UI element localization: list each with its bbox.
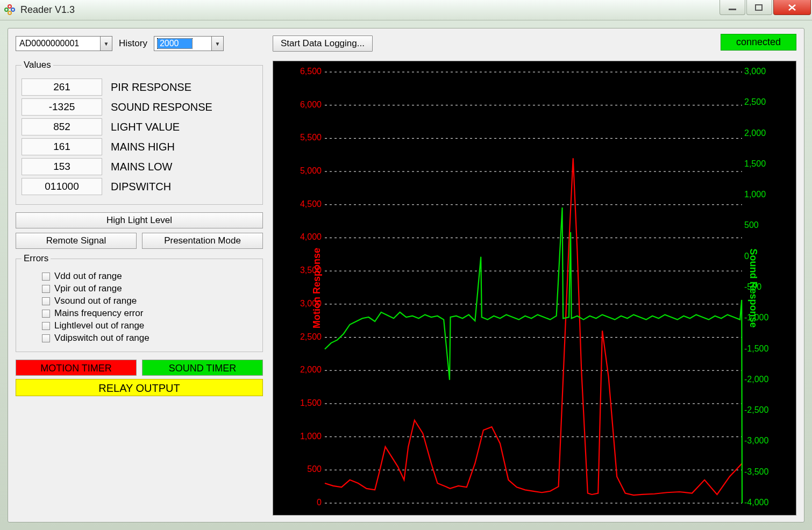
value-box: -1325 <box>22 98 102 116</box>
left-tick: 6,500 <box>295 67 322 76</box>
right-tick: 1,500 <box>744 159 774 169</box>
error-checkbox[interactable] <box>42 273 50 281</box>
right-tick: 2,500 <box>744 97 774 107</box>
value-row: 261PIR RESPONSE <box>22 78 257 96</box>
window-title: Reader V1.3 <box>20 4 75 16</box>
device-select[interactable]: AD0000000001 ▼ <box>16 36 112 51</box>
right-tick: -1,500 <box>744 344 774 354</box>
value-box: 011000 <box>22 178 102 195</box>
chevron-down-icon: ▼ <box>100 37 112 51</box>
svg-rect-0 <box>729 9 736 10</box>
left-tick: 0 <box>295 498 322 507</box>
value-box: 153 <box>22 158 102 175</box>
value-label: DIPSWITCH <box>111 181 171 193</box>
error-row: Vpir out of range <box>42 283 257 294</box>
right-tick: 2,000 <box>744 128 774 138</box>
values-group: Values 261PIR RESPONSE-1325SOUND RESPONS… <box>16 60 263 205</box>
left-column: AD0000000001 ▼ History 2000 ▼ Values 261… <box>16 35 263 515</box>
value-row: -1325SOUND RESPONSE <box>22 98 257 116</box>
right-tick: -2,500 <box>744 405 774 415</box>
relay-output-indicator: RELAY OUTPUT <box>16 379 263 396</box>
remote-signal-button[interactable]: Remote Signal <box>16 233 137 249</box>
left-tick: 2,500 <box>295 332 322 342</box>
right-tick: -3,500 <box>744 467 774 477</box>
value-label: MAINS LOW <box>111 161 172 173</box>
error-label: Mains frequency error <box>54 308 143 319</box>
device-select-value: AD0000000001 <box>19 39 79 48</box>
errors-group: Errors Vdd out of rangeVpir out of range… <box>16 253 263 352</box>
error-label: Vsound out of range <box>54 296 137 306</box>
value-row: 011000DIPSWITCH <box>22 178 257 195</box>
start-logging-button[interactable]: Start Data Logging... <box>273 35 373 52</box>
history-select[interactable]: 2000 ▼ <box>154 36 224 51</box>
right-tick: -4,000 <box>744 498 774 507</box>
right-column: Start Data Logging... Motion Response So… <box>273 35 796 515</box>
right-tick: -2,000 <box>744 375 774 384</box>
chevron-down-icon: ▼ <box>211 37 223 51</box>
history-select-value: 2000 <box>158 39 192 48</box>
right-tick: -1,000 <box>744 313 774 323</box>
right-tick: -500 <box>744 282 774 292</box>
right-tick: 3,000 <box>744 67 774 76</box>
value-label: LIGHT VALUE <box>111 121 180 133</box>
error-row: Lightlevel out of range <box>42 320 257 331</box>
error-checkbox[interactable] <box>42 334 50 342</box>
minimize-button[interactable] <box>720 0 745 15</box>
left-tick: 3,500 <box>295 266 322 275</box>
error-row: Vsound out of range <box>42 296 257 306</box>
left-tick: 4,000 <box>295 232 322 242</box>
value-label: SOUND RESPONSE <box>111 101 212 113</box>
error-label: Vdd out of range <box>54 271 122 282</box>
error-checkbox[interactable] <box>42 285 50 293</box>
left-tick: 5,000 <box>295 166 322 176</box>
close-button[interactable] <box>773 0 811 15</box>
series-motion-response <box>325 158 742 495</box>
maximize-icon <box>754 4 764 11</box>
error-row: Mains frequency error <box>42 308 257 319</box>
left-tick: 4,500 <box>295 199 322 209</box>
error-checkbox[interactable] <box>42 310 50 318</box>
value-box: 261 <box>22 78 102 96</box>
sound-timer-indicator: SOUND TIMER <box>142 360 263 376</box>
left-tick: 1,000 <box>295 432 322 441</box>
left-tick: 3,000 <box>295 299 322 309</box>
titlebar: Reader V1.3 <box>0 0 812 20</box>
svg-rect-1 <box>756 5 762 10</box>
value-box: 852 <box>22 118 102 135</box>
client-area: connected AD0000000001 ▼ History 2000 ▼ … <box>8 28 804 522</box>
left-tick: 5,500 <box>295 133 322 142</box>
error-row: Vdd out of range <box>42 271 257 282</box>
value-label: PIR RESPONSE <box>111 81 191 94</box>
high-light-level-button[interactable]: High Light Level <box>16 212 263 228</box>
value-row: 153MAINS LOW <box>22 158 257 175</box>
error-checkbox[interactable] <box>42 322 50 330</box>
right-tick: 0 <box>744 252 774 261</box>
value-box: 161 <box>22 138 102 155</box>
connection-status: connected <box>721 34 796 51</box>
value-row: 161MAINS HIGH <box>22 138 257 155</box>
chart-svg <box>273 61 796 515</box>
error-row: Vdipswitch out of range <box>42 333 257 343</box>
error-checkbox[interactable] <box>42 297 50 305</box>
minimize-icon <box>728 4 737 11</box>
right-tick: 1,000 <box>744 190 774 199</box>
series-sound-response <box>325 207 742 503</box>
presentation-mode-button[interactable]: Presentation Mode <box>142 233 263 249</box>
left-tick: 6,000 <box>295 100 322 110</box>
value-row: 852LIGHT VALUE <box>22 118 257 135</box>
response-chart: Motion Response Sound Response 05001,000… <box>273 61 796 515</box>
app-icon <box>4 4 16 16</box>
history-label: History <box>119 38 147 49</box>
error-label: Vdipswitch out of range <box>54 333 149 343</box>
value-label: MAINS HIGH <box>111 141 175 153</box>
motion-timer-indicator: MOTION TIMER <box>16 360 137 376</box>
error-label: Lightlevel out of range <box>54 320 144 331</box>
maximize-button[interactable] <box>746 0 772 15</box>
values-legend: Values <box>22 60 53 70</box>
left-tick: 1,500 <box>295 398 322 408</box>
error-label: Vpir out of range <box>54 283 122 294</box>
right-tick: 500 <box>744 220 774 230</box>
close-icon <box>787 4 797 11</box>
left-tick: 500 <box>295 464 322 474</box>
right-tick: -3,000 <box>744 436 774 446</box>
